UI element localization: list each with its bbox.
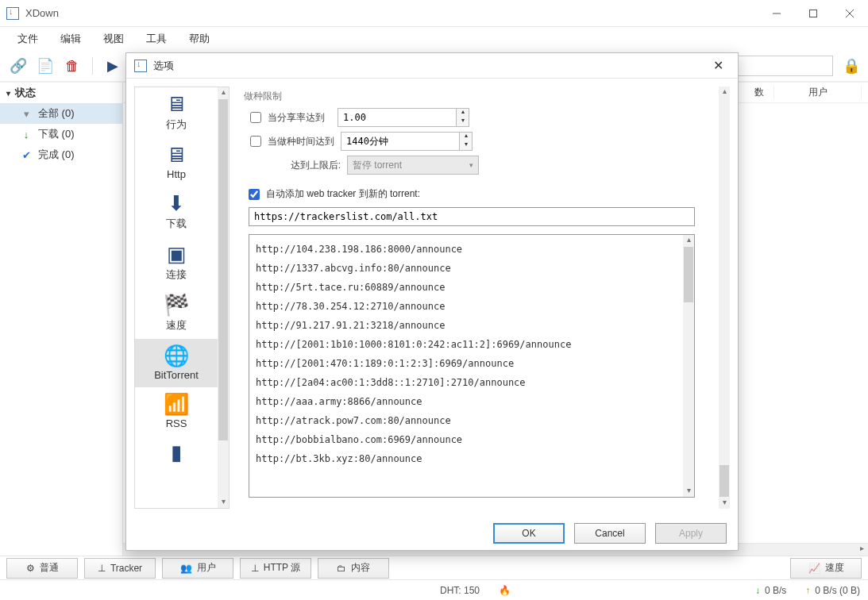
share-ratio-label: 当分享率达到: [268, 111, 331, 125]
cancel-button[interactable]: Cancel: [574, 523, 646, 544]
nav-extra[interactable]: ▮: [135, 436, 218, 472]
nav-download[interactable]: ⬇下载: [135, 187, 218, 237]
on-reach-select[interactable]: 暂停 torrent ▾: [347, 156, 479, 175]
share-ratio-input[interactable]: [338, 108, 457, 127]
menu-view[interactable]: 视图: [92, 29, 135, 49]
list-item[interactable]: http://1337.abcvg.info:80/announce: [249, 259, 683, 278]
sidebar-item-downloading[interactable]: ↓ 下载 (0): [0, 124, 122, 144]
seed-time-input[interactable]: [341, 132, 460, 151]
share-ratio-spinbox[interactable]: ▴▾: [338, 108, 469, 127]
seed-time-row: 当做种时间达到 ▴▾: [250, 132, 712, 151]
auto-add-tracker-label: 自动添加 web tracker 到新的 torrent:: [266, 187, 420, 201]
tab-label: HTTP 源: [264, 561, 300, 575]
scroll-thumb[interactable]: [684, 247, 693, 302]
lock-icon[interactable]: 🔒: [841, 56, 862, 76]
column-num[interactable]: 数: [745, 86, 774, 99]
list-scrollbar[interactable]: ▴ ▾: [683, 235, 694, 497]
list-item[interactable]: http://91.217.91.21:3218/announce: [249, 316, 683, 335]
list-item[interactable]: http://104.238.198.186:8000/announce: [249, 240, 683, 259]
list-item[interactable]: http://[2001:470:1:189:0:1:2:3]:6969/ann…: [249, 354, 683, 373]
download-icon: ⬇: [168, 193, 185, 213]
tab-content[interactable]: 🗀内容: [318, 558, 389, 579]
scroll-down-icon[interactable]: ▾: [218, 497, 229, 508]
nav-http[interactable]: 🖥Http: [135, 138, 218, 187]
ok-button[interactable]: OK: [493, 523, 565, 544]
scroll-up-icon[interactable]: ▴: [719, 87, 730, 98]
panel-scrollbar[interactable]: ▴ ▾: [719, 87, 730, 509]
maximize-button[interactable]: [795, 0, 831, 27]
firewall-icon: 🔥: [499, 585, 511, 596]
list-item[interactable]: http://aaa.army:8866/announce: [249, 392, 683, 411]
tab-general[interactable]: ⚙普通: [6, 558, 78, 579]
list-item[interactable]: http://bt.3kb.xyz:80/announce: [249, 449, 683, 468]
menu-tools[interactable]: 工具: [135, 29, 178, 49]
down-arrow-icon: ↓: [755, 585, 760, 596]
scroll-up-icon[interactable]: ▴: [218, 87, 229, 98]
seed-time-checkbox[interactable]: [250, 136, 261, 147]
scroll-down-icon[interactable]: ▾: [683, 486, 694, 497]
menu-help[interactable]: 帮助: [178, 29, 221, 49]
nav-bittorrent[interactable]: 🌐BitTorrent: [135, 339, 218, 387]
options-dialog: 选项 ✕ 🖥行为 🖥Http ⬇下载 ▣连接 🏁速度 🌐BitTorrent 📶…: [125, 52, 739, 551]
settings-icon: ⚙: [26, 563, 35, 574]
spin-down-icon[interactable]: ▾: [457, 117, 469, 126]
chevron-down-icon: ▾: [6, 89, 10, 98]
scroll-up-icon[interactable]: ▴: [683, 235, 694, 246]
list-item[interactable]: http://[2001:1b10:1000:8101:0:242:ac11:2…: [249, 335, 683, 354]
menu-edit[interactable]: 编辑: [49, 29, 92, 49]
seed-time-spinbox[interactable]: ▴▾: [341, 132, 473, 151]
add-file-button[interactable]: 📄: [33, 54, 57, 78]
globe-gear-icon: 🌐: [164, 345, 189, 366]
start-button[interactable]: ▶: [101, 54, 125, 78]
delete-button[interactable]: 🗑: [60, 54, 84, 78]
sidebar-item-label: 全部 (0): [38, 106, 75, 121]
column-user[interactable]: 用户: [774, 86, 862, 99]
sidebar-header[interactable]: ▾ 状态: [0, 83, 122, 103]
list-item[interactable]: http://bobbialbano.com:6969/announce: [249, 430, 683, 449]
sidebar-item-completed[interactable]: ✔ 完成 (0): [0, 144, 122, 165]
list-item[interactable]: http://[2a04:ac00:1:3dd8::1:2710]:2710/a…: [249, 373, 683, 392]
dialog-close-button[interactable]: ✕: [706, 54, 730, 78]
sidebar-item-all[interactable]: ▾ 全部 (0): [0, 103, 122, 124]
rss-icon: 📶: [164, 394, 189, 414]
tab-tracker[interactable]: ⊥Tracker: [84, 558, 156, 579]
nav-connection[interactable]: ▣连接: [135, 237, 218, 288]
list-item[interactable]: http://78.30.254.12:2710/announce: [249, 297, 683, 316]
scroll-thumb[interactable]: [719, 465, 729, 497]
titlebar: XDown: [0, 0, 868, 27]
list-item[interactable]: http://atrack.pow7.com:80/announce: [249, 411, 683, 430]
spin-down-icon[interactable]: ▾: [460, 141, 472, 150]
dialog-panel: 做种限制 当分享率达到 ▴▾ 当做种时间达到 ▴▾: [236, 87, 730, 509]
seed-time-label: 当做种时间达到: [268, 135, 334, 148]
svg-rect-1: [810, 10, 817, 17]
scroll-down-icon[interactable]: ▾: [719, 498, 730, 509]
nav-speed[interactable]: 🏁速度: [135, 288, 218, 339]
add-link-button[interactable]: 🔗: [6, 54, 30, 78]
nav-scrollbar[interactable]: ▴ ▾: [218, 87, 229, 508]
auto-add-tracker-row: 自动添加 web tracker 到新的 torrent:: [249, 187, 712, 201]
close-button[interactable]: [831, 0, 868, 27]
tab-label: 用户: [197, 561, 216, 575]
dialog-titlebar: 选项 ✕: [126, 53, 738, 79]
scroll-right-icon[interactable]: ▸: [855, 544, 868, 556]
gauge-icon: 🏁: [164, 294, 189, 315]
nav-rss[interactable]: 📶RSS: [135, 387, 218, 436]
tracker-url-input[interactable]: [249, 207, 695, 226]
tab-http-source[interactable]: ⊥HTTP 源: [240, 558, 311, 579]
apply-button[interactable]: Apply: [655, 523, 727, 544]
list-item[interactable]: http://5rt.tace.ru:60889/announce: [249, 278, 683, 297]
menu-file[interactable]: 文件: [6, 29, 49, 49]
tab-speed[interactable]: 📈速度: [790, 558, 862, 579]
share-ratio-row: 当分享率达到 ▴▾: [250, 108, 712, 127]
share-ratio-checkbox[interactable]: [250, 112, 261, 123]
tab-users[interactable]: 👥用户: [162, 558, 233, 579]
nav-behavior[interactable]: 🖥行为: [135, 87, 218, 138]
window-buttons: [758, 0, 868, 27]
button-label: OK: [522, 528, 535, 539]
minimize-button[interactable]: [758, 0, 795, 27]
sidebar: ▾ 状态 ▾ 全部 (0) ↓ 下载 (0) ✔ 完成 (0): [0, 83, 123, 556]
scroll-thumb[interactable]: [218, 99, 228, 440]
nav-label: 速度: [166, 318, 187, 333]
tracker-list-inner[interactable]: http://104.238.198.186:8000/announce htt…: [249, 235, 683, 497]
auto-add-tracker-checkbox[interactable]: [249, 189, 260, 200]
